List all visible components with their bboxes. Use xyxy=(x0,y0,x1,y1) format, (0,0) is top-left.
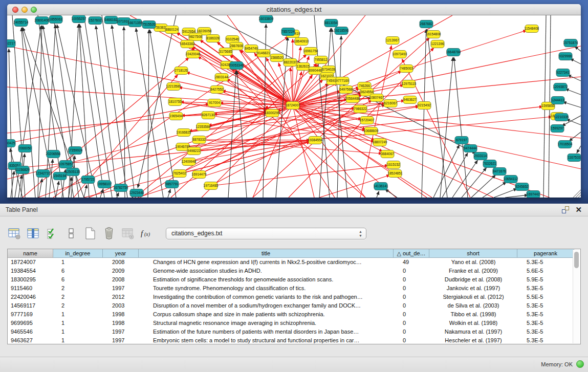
graph-node-16648784[interactable]: 16648784 xyxy=(446,49,461,56)
graph-node-8878332[interactable]: 8878332 xyxy=(192,136,206,144)
graph-node-16782759[interactable]: 16782759 xyxy=(114,184,128,192)
graph-node-12353584[interactable]: 12353584 xyxy=(196,123,211,131)
graph-node-16961758[interactable]: 16961758 xyxy=(303,48,318,55)
graph-node-12923448[interactable]: 12923448 xyxy=(129,189,144,197)
graph-node-16154808[interactable]: 16154808 xyxy=(426,31,441,38)
graph-node-917004[interactable]: 917004 xyxy=(208,99,221,107)
graph-node-9777169[interactable]: 9777169 xyxy=(336,77,349,85)
citation-edge-black[interactable] xyxy=(565,89,581,95)
graph-node-9146821[interactable]: 9146821 xyxy=(257,50,270,57)
graph-node-9215492[interactable]: 9215492 xyxy=(418,102,431,110)
column-header-short[interactable]: short xyxy=(429,249,517,258)
table-body[interactable]: 1872400712008Changes of HCN gene express… xyxy=(8,258,580,345)
graph-node-12975115[interactable]: 12975115 xyxy=(402,80,417,88)
citation-edge-black[interactable] xyxy=(385,189,397,198)
citation-edge-black[interactable] xyxy=(452,160,477,198)
graph-node-16543382[interactable]: 16543382 xyxy=(180,40,195,48)
citation-edge-black[interactable] xyxy=(136,28,163,198)
graph-node-12505135[interactable]: 12505135 xyxy=(66,168,80,176)
delete-column-icon[interactable] xyxy=(102,227,116,240)
graph-node-18724007[interactable]: 18724007 xyxy=(286,102,300,110)
graph-node-16671355[interactable]: 16671355 xyxy=(128,19,143,27)
graph-node-9245652[interactable]: 9245652 xyxy=(515,183,529,191)
graph-node-1527602[interactable]: 1527602 xyxy=(89,17,102,25)
graph-node-9227341[interactable]: 9227341 xyxy=(556,69,570,77)
table-row[interactable]: 946362711997Embryonic stem cells: a mode… xyxy=(8,336,580,345)
graph-node-15720407[interactable]: 15720407 xyxy=(360,117,375,124)
citation-edge-red[interactable] xyxy=(211,165,388,186)
citation-edge-black[interactable] xyxy=(577,146,581,153)
citation-edge-black[interactable] xyxy=(454,57,468,198)
graph-node-8860124[interactable]: 8860124 xyxy=(165,26,179,34)
node-table[interactable]: namein_degreeyeartitle△ out_de…shortpage… xyxy=(7,249,581,344)
column-header-title[interactable]: title xyxy=(139,249,394,258)
table-row[interactable]: 1872400712008Changes of HCN gene express… xyxy=(8,258,580,267)
graph-node-1965494[interactable]: 1965494 xyxy=(169,113,183,120)
table-row[interactable]: 969969511998Structural magnetic resonanc… xyxy=(8,319,580,327)
graph-node-19958107[interactable]: 19958107 xyxy=(97,181,112,188)
graph-node-1795723[interactable]: 1795723 xyxy=(81,176,95,184)
graph-node-3684067[interactable]: 3684067 xyxy=(381,150,394,158)
graph-node-20053346[interactable]: 20053346 xyxy=(229,62,244,70)
graph-node-15751874[interactable]: 15751874 xyxy=(563,39,578,47)
graph-node-20691406[interactable]: 20691406 xyxy=(35,17,50,25)
window-titlebar[interactable]: citations_edges.txt xyxy=(7,4,581,15)
graph-node-8471676[interactable]: 8471676 xyxy=(493,168,506,176)
graph-node-9463627[interactable]: 9463627 xyxy=(403,96,417,104)
graph-node-2803144[interactable]: 2803144 xyxy=(215,74,228,81)
graph-node-18640910[interactable]: 18640910 xyxy=(294,38,309,46)
network-canvas[interactable]: 1872400775638228860124591295418226058982… xyxy=(7,15,581,198)
graph-node-1167533[interactable]: 1167533 xyxy=(568,154,581,162)
graph-node-12210335[interactable]: 12210335 xyxy=(554,114,569,121)
graph-node-6216067[interactable]: 6216067 xyxy=(384,100,397,107)
graph-node-14136141[interactable]: 14136141 xyxy=(374,183,388,190)
table-select-dropdown[interactable]: citations_edges.txt ▲▼ xyxy=(166,228,366,239)
graph-node-12093872[interactable]: 12093872 xyxy=(553,83,568,91)
citation-edge-red[interactable] xyxy=(293,105,550,198)
table-scrollbar-thumb[interactable] xyxy=(574,252,579,268)
graph-node-10807467[interactable]: 10807467 xyxy=(369,94,384,102)
citation-edge-black[interactable] xyxy=(79,24,89,198)
graph-node-7625402[interactable]: 7625402 xyxy=(173,170,186,178)
graph-node-1545194[interactable]: 1545194 xyxy=(53,172,67,180)
graph-node-7955812[interactable]: 7955812 xyxy=(314,56,328,64)
graph-node-9329966[interactable]: 9329966 xyxy=(559,53,572,60)
citation-edge-black[interactable] xyxy=(427,29,447,198)
graph-node-1342217[interactable]: 1342217 xyxy=(7,40,15,48)
column-header-year[interactable]: year xyxy=(103,249,139,258)
citation-edge-red[interactable] xyxy=(253,105,293,198)
table-scrollbar[interactable] xyxy=(573,250,580,343)
graph-node-7515526[interactable]: 7515526 xyxy=(142,21,156,29)
citation-edge-red[interactable] xyxy=(293,15,365,105)
citation-edge-black[interactable] xyxy=(148,30,149,198)
graph-node-1855063[interactable]: 1855063 xyxy=(49,16,62,24)
graph-node-8454749[interactable]: 8454749 xyxy=(245,45,258,53)
citation-edge-black[interactable] xyxy=(494,189,517,198)
delete-table-icon[interactable] xyxy=(121,227,135,240)
float-panel-icon[interactable] xyxy=(562,206,569,213)
citation-edge-black[interactable] xyxy=(569,132,581,141)
graph-node-10688609[interactable]: 10688609 xyxy=(364,127,379,135)
citation-edge-black[interactable] xyxy=(84,185,87,198)
graph-node-11548408[interactable]: 11548408 xyxy=(525,25,539,33)
function-builder-icon[interactable]: f(x) xyxy=(140,227,154,240)
citation-edge-black[interactable] xyxy=(505,195,528,198)
graph-node-19166825[interactable]: 19166825 xyxy=(177,129,191,137)
graph-node-10973493[interactable]: 10973493 xyxy=(393,51,407,58)
graph-node-2933114[interactable]: 2933114 xyxy=(474,152,487,160)
citation-edge-black[interactable] xyxy=(483,182,507,198)
graph-node-8186328[interactable]: 8186328 xyxy=(206,35,220,42)
graph-node-18524851[interactable]: 18524851 xyxy=(388,170,403,178)
graph-node-19218596[interactable]: 19218596 xyxy=(334,27,349,35)
graph-node-8990448[interactable]: 8990448 xyxy=(309,67,322,75)
graph-node-17016504[interactable]: 17016504 xyxy=(558,141,573,148)
column-header-outde[interactable]: △ out_de… xyxy=(394,249,429,258)
graph-node-8822037[interactable]: 8822037 xyxy=(284,59,297,67)
graph-node-9857791[interactable]: 9857791 xyxy=(165,181,179,188)
graph-node-1615152[interactable]: 1615152 xyxy=(387,161,400,169)
column-header-pagerank[interactable]: pagerank xyxy=(517,249,574,258)
graph-node-19384554[interactable]: 19384554 xyxy=(308,137,323,144)
graph-node-2687682[interactable]: 2687682 xyxy=(420,20,433,28)
citation-graph[interactable]: 1872400775638228860124591295418226058982… xyxy=(7,15,581,198)
table-row[interactable]: 1938455462009Genome-wide association stu… xyxy=(8,267,580,275)
